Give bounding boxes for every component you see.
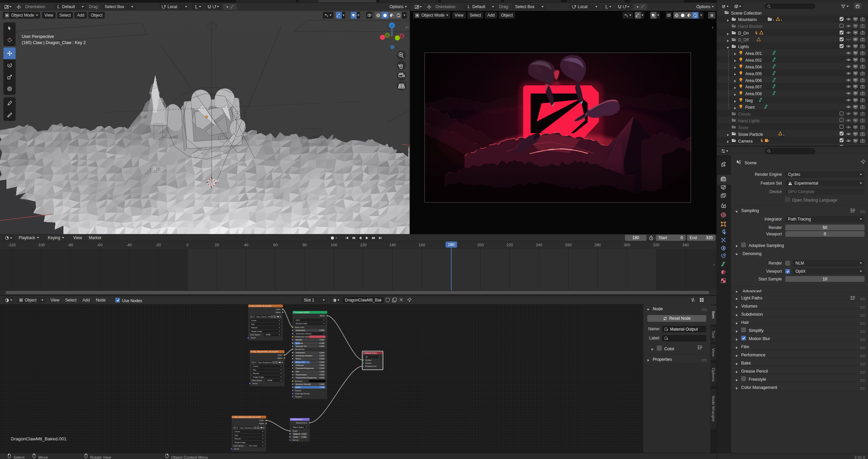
svg-text:Displacement: Displacement — [292, 418, 303, 420]
svg-text:Surface: Surface — [365, 359, 372, 361]
svg-text:Specular Tint: Specular Tint — [296, 345, 307, 347]
svg-text:DragonClawMtl_Baked.001: DragonClawMtl_Baked.001 — [11, 436, 66, 441]
svg-text:Repeat: Repeat — [251, 327, 257, 329]
svg-text:0.080: 0.080 — [301, 436, 306, 438]
svg-text:Clearcoat Roughness: Clearcoat Roughness — [296, 367, 314, 369]
svg-text:Alpha: Alpha — [259, 422, 264, 424]
svg-text:Transmission Roughness: Transmission Roughness — [296, 377, 317, 379]
svg-text:Base Color: Base Color — [295, 326, 304, 328]
svg-text:1.000: 1.000 — [319, 383, 324, 385]
svg-text:0.030: 0.030 — [319, 367, 324, 369]
svg-text:Roughness: Roughness — [295, 348, 304, 350]
svg-text:Claw_Roughness01_4K.png.001: Claw_Roughness01_4K.png.001 — [252, 351, 278, 353]
svg-text:Vector: Vector — [252, 382, 258, 384]
svg-text:1.000: 1.000 — [301, 433, 306, 435]
svg-text:Tangent: Tangent — [295, 396, 302, 398]
svg-text:Single Image: Single Image — [251, 330, 262, 332]
svg-text:Sheen Tint: Sheen Tint — [296, 361, 305, 363]
svg-text:Emission: Emission — [295, 380, 302, 382]
svg-text:0.000: 0.000 — [319, 339, 324, 341]
svg-text:Transmission: Transmission — [296, 374, 307, 376]
svg-text:0.186: 0.186 — [319, 342, 324, 344]
svg-text:Emission Strength: Emission Strength — [296, 383, 311, 385]
svg-text:1.000: 1.000 — [319, 386, 324, 388]
svg-text:0.500: 0.500 — [319, 361, 324, 363]
svg-text:Flat: Flat — [253, 369, 256, 371]
svg-text:Clearcoat: Clearcoat — [296, 364, 304, 366]
svg-text:0.000: 0.000 — [319, 364, 324, 366]
svg-text:0.000: 0.000 — [319, 355, 324, 357]
svg-text:Repeat: Repeat — [235, 438, 241, 440]
svg-text:Midlevel: Midlevel — [293, 433, 300, 435]
svg-text:Normal: Normal — [292, 439, 298, 441]
svg-text:Alpha: Alpha — [276, 311, 281, 313]
svg-text:GGX: GGX — [296, 319, 300, 321]
svg-text:Object Space: Object Space — [293, 426, 304, 428]
svg-text:sRGB: sRGB — [267, 379, 272, 381]
svg-text:Subsurface Radius: Subsurface Radius — [296, 333, 312, 335]
svg-text:Specular: Specular — [296, 342, 303, 344]
svg-text:Color: Color — [278, 354, 282, 356]
svg-text:Color Space: Color Space — [252, 379, 262, 381]
svg-text:1.450: 1.450 — [319, 371, 324, 373]
svg-text:Subsurface Color: Subsurface Color — [295, 336, 310, 338]
svg-text:Flat: Flat — [251, 323, 255, 325]
svg-text:0.000: 0.000 — [319, 352, 324, 354]
svg-text:Sheen: Sheen — [296, 358, 301, 360]
svg-text:Clearcoat Normal: Clearcoat Normal — [295, 393, 310, 395]
svg-text:Claw_Displacement02_4K.exr.001: Claw_Displacement02_4K.exr.001 — [234, 416, 261, 418]
svg-text:Random Walk: Random Walk — [296, 322, 308, 325]
svg-text:0.000: 0.000 — [319, 374, 324, 376]
svg-text:Height: Height — [292, 430, 298, 432]
svg-text:Claw_Color01_4K.png.001: Claw_Color01_4K.png.001 — [251, 305, 272, 307]
svg-text:Color: Color — [259, 419, 264, 421]
svg-text:0.000: 0.000 — [319, 345, 324, 347]
svg-text:Displacement: Displacement — [296, 422, 308, 424]
svg-text:Claw_Roughness...: Claw_Roughness... — [258, 361, 273, 363]
svg-text:Linear: Linear — [235, 431, 240, 433]
svg-text:Color: Color — [276, 308, 280, 310]
svg-text:Alpha: Alpha — [296, 386, 301, 388]
svg-text:All: All — [366, 356, 368, 358]
svg-text:Non-Color: Non-Color — [249, 445, 257, 447]
svg-text:Normal: Normal — [295, 390, 301, 392]
svg-text:Subsurface: Subsurface — [296, 329, 305, 331]
svg-text:Volume: Volume — [365, 362, 371, 364]
svg-text:Linear: Linear — [253, 365, 258, 367]
svg-text:Anisotropic Rotation: Anisotropic Rotation — [296, 355, 312, 357]
svg-text:Y: Y — [386, 34, 389, 37]
svg-text:Single Image: Single Image — [253, 376, 264, 378]
svg-text:Color Space: Color Space — [233, 445, 243, 447]
svg-text:Metallic: Metallic — [296, 339, 302, 341]
svg-text:Anisotropic: Anisotropic — [296, 352, 305, 354]
svg-text:Scale: Scale — [293, 436, 298, 438]
svg-text:Linear: Linear — [251, 319, 256, 321]
svg-text:0.000: 0.000 — [319, 377, 324, 379]
svg-text:Displacement: Displacement — [365, 365, 377, 367]
svg-text:Claw_Color01_4K...: Claw_Color01_4K... — [256, 316, 272, 318]
svg-text:sRGB: sRGB — [265, 334, 271, 336]
svg-text:BSDF: BSDF — [320, 315, 325, 317]
svg-text:Principled BSDF: Principled BSDF — [295, 311, 310, 313]
svg-text:Material Output: Material Output — [365, 352, 377, 354]
svg-text:0.000: 0.000 — [319, 329, 324, 331]
svg-text:0.000: 0.000 — [319, 358, 324, 360]
svg-text:Repeat: Repeat — [253, 372, 259, 374]
svg-text:Vector: Vector — [251, 337, 256, 339]
svg-text:Vector: Vector — [234, 448, 239, 450]
svg-text:Z: Z — [391, 24, 393, 27]
svg-text:Claw_Displaceme...: Claw_Displaceme... — [239, 427, 255, 429]
svg-text:X: X — [401, 34, 403, 38]
svg-text:Single Image: Single Image — [235, 441, 245, 443]
svg-text:IOR: IOR — [296, 371, 299, 373]
svg-text:Alpha: Alpha — [277, 357, 282, 359]
svg-text:Flat: Flat — [235, 434, 238, 436]
svg-text:Color Space: Color Space — [250, 334, 260, 336]
